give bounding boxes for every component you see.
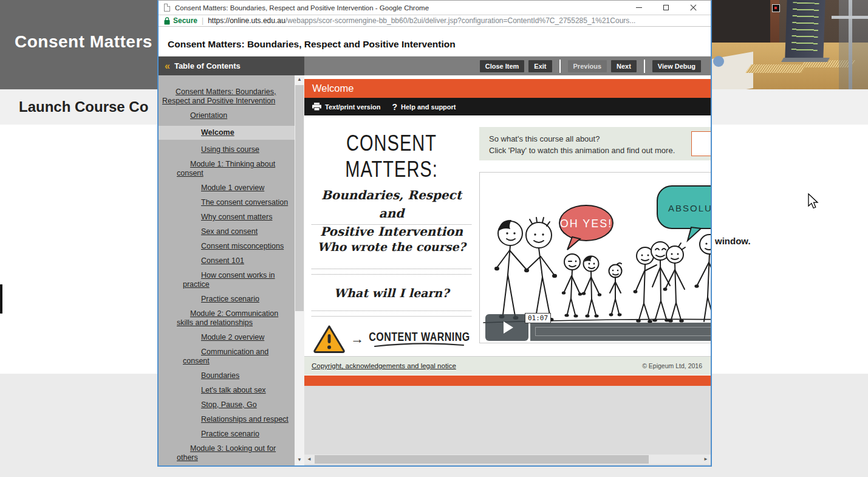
toc-item[interactable]: Practice scenario	[159, 430, 295, 439]
photo-wall-sign	[772, 4, 780, 12]
printer-icon	[312, 103, 321, 111]
toc-link[interactable]: Consent 101	[201, 256, 244, 265]
toc-link[interactable]: Module 1: Thinking about consent	[177, 160, 275, 177]
window-title-bar[interactable]: Consent Matters: Boundaries, Respect and…	[159, 1, 711, 15]
video-seek-bar[interactable]	[530, 323, 711, 341]
scroll-down-icon[interactable]: ▼	[295, 456, 304, 464]
toc-link[interactable]: Communication and consent	[183, 348, 268, 365]
maximize-button[interactable]	[652, 1, 680, 15]
intro-line-1: So what's this course all about?	[489, 133, 711, 145]
toc-link[interactable]: How consent works in practice	[183, 271, 275, 289]
secure-label: Secure	[173, 16, 197, 25]
left-edge-tab	[0, 284, 2, 314]
toc-link[interactable]: Practice scenario	[201, 295, 259, 303]
popup-body: Consent Matters: Boundaries, Respect and…	[159, 75, 711, 466]
scroll-left-icon[interactable]: ◄	[304, 455, 314, 464]
horizontal-scrollbar[interactable]: ◄ ►	[304, 455, 711, 464]
toc-link[interactable]: Module 3: Looking out for others	[177, 444, 276, 462]
toc-item[interactable]: Welcome	[159, 126, 295, 140]
course-title-block: CONSENT MATTERS: Boundaries, Respect and…	[312, 130, 471, 225]
toc-item[interactable]: How consent works in practice	[159, 271, 295, 289]
toc-link[interactable]: Why consent matters	[201, 213, 272, 221]
toc-link[interactable]: Practice scenario	[201, 430, 259, 438]
close-button[interactable]	[680, 1, 707, 15]
toc-item[interactable]: Let's talk about sex	[159, 386, 295, 395]
horizontal-scrollbar-thumb[interactable]	[315, 455, 649, 464]
previous-button[interactable]: Previous	[568, 60, 607, 72]
toc-item[interactable]: Module 2: Communication skills and relat…	[159, 309, 295, 328]
close-item-button[interactable]: Close Item	[480, 60, 525, 72]
toc-link[interactable]: Using this course	[201, 145, 259, 154]
address-separator: |	[202, 16, 203, 25]
toc-item[interactable]: Module 2 overview	[159, 333, 295, 342]
video-frame[interactable]: OH YES! ABSOLUTE 01:07	[479, 172, 711, 343]
toc-link[interactable]: Let's talk about sex	[201, 386, 266, 394]
toc-link[interactable]: Module 2: Communication skills and relat…	[177, 309, 278, 327]
play-icon	[504, 321, 513, 334]
photo-glass-railing	[839, 0, 868, 90]
toc-link[interactable]: The consent conversation	[201, 198, 288, 207]
page-heading: Welcome	[312, 83, 354, 94]
toc-item[interactable]: Orientation	[159, 111, 295, 120]
toc-item[interactable]: Module 1: Thinking about consent	[159, 160, 295, 178]
scroll-right-icon[interactable]: ►	[701, 455, 711, 464]
text-print-version-link[interactable]: Text/print version	[312, 103, 380, 111]
toc-link[interactable]: Boundaries	[201, 371, 239, 380]
exit-button[interactable]: Exit	[528, 60, 552, 72]
toc-link[interactable]: Sex and consent	[201, 227, 258, 236]
course-content-area: Welcome Text/print version ? Help and su…	[304, 75, 711, 466]
utility-menu-bar: Text/print version ? Help and support	[304, 98, 711, 115]
toolbar-buttons: Close Item Exit Previous Next View Debug	[480, 57, 701, 75]
section-divider	[312, 311, 471, 317]
scorm-toolbar: « Table of Contents Close Item Exit Prev…	[159, 57, 711, 75]
warning-triangle-icon	[313, 324, 346, 353]
next-button[interactable]: Next	[611, 60, 637, 72]
toc-item[interactable]: Stop, Pause, Go	[159, 400, 295, 410]
content-warning-link[interactable]: → CONTENT WARNING	[312, 317, 471, 362]
toc-item[interactable]: Consent Matters: Boundaries, Respect and…	[159, 88, 295, 106]
toc-title: Table of Contents	[174, 61, 241, 70]
toc-link[interactable]: Orientation	[190, 111, 227, 120]
toc-scrollbar[interactable]: ▲ ▼	[295, 75, 304, 466]
toc-item[interactable]: Consent misconceptions	[159, 242, 295, 251]
url-path: /webapps/scor-scormengine-bb_bb60/b2ui/d…	[285, 16, 636, 25]
toc-link[interactable]: Consent Matters: Boundaries, Respect and…	[162, 88, 276, 105]
toc-link[interactable]: Relationships and respect	[201, 415, 289, 424]
scroll-up-icon[interactable]: ▲	[295, 75, 304, 84]
video-seek-track	[535, 327, 711, 336]
arrow-icon: →	[350, 332, 364, 346]
highlighted-box[interactable]	[691, 131, 711, 156]
copyright-link[interactable]: Copyright, acknowledgements and legal no…	[312, 362, 456, 369]
toc-item[interactable]: Why consent matters	[159, 213, 295, 222]
toc-link[interactable]: Module 1 overview	[201, 184, 264, 192]
toc-item[interactable]: Module 1 overview	[159, 184, 295, 193]
toc-item[interactable]: Module 3: Looking out for others	[159, 444, 295, 462]
toc-link[interactable]: Module 2 overview	[201, 333, 264, 341]
toc-link[interactable]: Consent misconceptions	[201, 242, 284, 250]
toc-item[interactable]: The consent conversation	[159, 198, 295, 207]
toc-item[interactable]: Sex and consent	[159, 227, 295, 236]
video-time-tooltip: 01:07	[525, 313, 551, 323]
page-favicon-icon	[164, 4, 170, 12]
address-bar[interactable]: Secure | https://online.uts.edu.au/webap…	[159, 15, 711, 27]
lesson-nav-column: CONSENT MATTERS: Boundaries, Respect and…	[312, 115, 471, 362]
toc-link[interactable]: Stop, Pause, Go	[201, 400, 257, 409]
toc-item[interactable]: Using this course	[159, 145, 295, 154]
toc-item[interactable]: Boundaries	[159, 371, 295, 380]
minimize-icon	[636, 7, 642, 8]
toc-link[interactable]: Welcome	[201, 128, 234, 137]
view-debug-button[interactable]: View Debug	[652, 60, 701, 72]
minimize-button[interactable]	[625, 1, 652, 15]
collapse-toc-icon[interactable]: «	[165, 61, 170, 71]
question-mark-icon: ?	[392, 102, 397, 112]
toc-item[interactable]: Communication and consent	[159, 348, 295, 366]
toc-item[interactable]: Relationships and respect	[159, 415, 295, 424]
page-heading-bar: Welcome	[304, 79, 711, 98]
play-button[interactable]	[485, 314, 528, 341]
what-will-i-learn-link[interactable]: What will I learn?	[312, 275, 471, 311]
toc-item[interactable]: Consent 101	[159, 256, 295, 266]
toc-header[interactable]: « Table of Contents	[159, 57, 304, 75]
toc-item[interactable]: Practice scenario	[159, 295, 295, 304]
help-and-support-link[interactable]: ? Help and support	[392, 102, 456, 112]
toc-scrollbar-thumb[interactable]	[295, 85, 304, 311]
